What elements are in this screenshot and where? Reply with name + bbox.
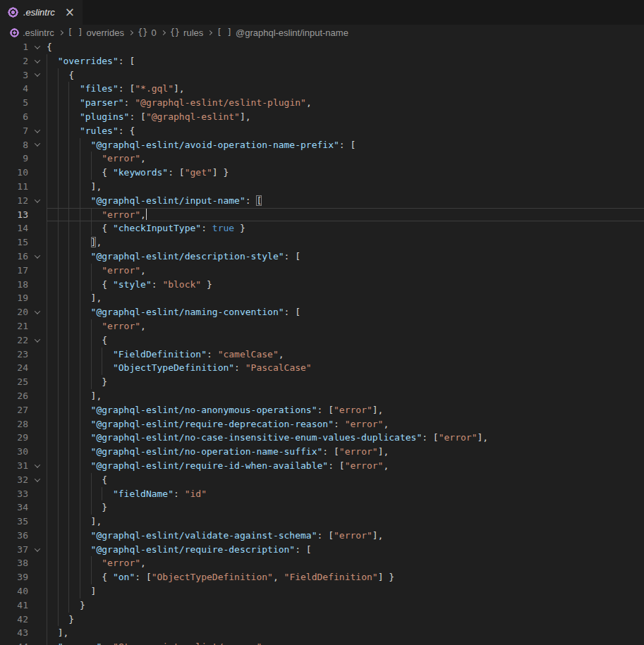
code-line-33[interactable]: 33"fieldName": "id": [0, 487, 644, 501]
code-line-44[interactable]: 44"parser": "@typescript-eslint/parser": [0, 640, 644, 645]
breadcrumb-item--eslintrc[interactable]: .eslintrc: [10, 27, 54, 38]
code-line-30[interactable]: 30"@graphql-eslint/no-operation-name-suf…: [0, 445, 644, 459]
token-str: "error": [334, 530, 372, 541]
code-line-8[interactable]: 8"@graphql-eslint/avoid-operation-name-p…: [0, 138, 644, 152]
token-key: "@graphql-eslint/no-case-insensitive-enu…: [91, 432, 423, 443]
token-punc: : [: [322, 446, 339, 457]
fold-gutter: [28, 82, 47, 96]
code-line-11[interactable]: 11],: [0, 180, 644, 194]
code-line-23[interactable]: 23"FieldDefinition": "camelCase",: [0, 348, 644, 362]
code-line-29[interactable]: 29"@graphql-eslint/no-case-insensitive-e…: [0, 431, 644, 445]
fold-control[interactable]: [28, 138, 47, 152]
code-line-25[interactable]: 25}: [0, 375, 644, 389]
line-number: 24: [0, 361, 28, 375]
code-line-35[interactable]: 35],: [0, 515, 644, 529]
token-punc: : [: [422, 432, 438, 443]
breadcrumb-item-0[interactable]: {}0: [138, 27, 157, 38]
code-text: }: [47, 613, 74, 627]
code-line-9[interactable]: 9"error",: [0, 152, 644, 166]
code-line-37[interactable]: 37"@graphql-eslint/require-description":…: [0, 543, 644, 557]
code-line-26[interactable]: 26],: [0, 389, 644, 403]
token-punc: {: [68, 70, 74, 80]
code-line-24[interactable]: 24"ObjectTypeDefinition": "PascalCase": [0, 361, 644, 375]
fold-control[interactable]: [28, 250, 47, 264]
code-line-18[interactable]: 18{ "style": "block" }: [0, 278, 644, 292]
code-line-38[interactable]: 38"error",: [0, 556, 644, 570]
close-icon[interactable]: ×: [65, 6, 75, 18]
code-line-40[interactable]: 40]: [0, 584, 644, 598]
fold-control[interactable]: [28, 333, 47, 348]
code-line-17[interactable]: 17"error",: [0, 264, 644, 278]
chevron-right-icon: [161, 30, 166, 35]
code-line-4[interactable]: 4"files": ["*.gql"],: [0, 82, 644, 96]
token-key: "@graphql-eslint/require-id-when-availab…: [91, 460, 329, 471]
token-punc: : [: [168, 167, 184, 178]
code-line-36[interactable]: 36"@graphql-eslint/validate-against-sche…: [0, 529, 644, 543]
token-key: "FieldDefinition": [113, 349, 207, 360]
fold-control[interactable]: [28, 194, 47, 208]
chevron-down-icon: [35, 308, 40, 314]
fold-control[interactable]: [28, 459, 47, 473]
tab-eslintrc[interactable]: .eslintrc ×: [0, 0, 83, 25]
token-str: "camelCase": [218, 349, 279, 360]
token-punc: : [: [119, 56, 135, 66]
token-punc: {: [102, 223, 113, 233]
code-text: "@graphql-eslint/input-name": [: [47, 194, 262, 208]
token-str: "@graphql-eslint/eslint-plugin": [135, 97, 306, 108]
code-editor[interactable]: 1{2"overrides": [3{4"files": ["*.gql"],5…: [0, 40, 644, 645]
code-line-21[interactable]: 21"error",: [0, 319, 644, 333]
indent-guides: [47, 194, 91, 208]
fold-gutter: [28, 403, 47, 417]
fold-gutter: [28, 96, 47, 110]
fold-control[interactable]: [28, 305, 47, 319]
chevron-down-icon: [35, 476, 40, 481]
code-line-7[interactable]: 7"rules": {: [0, 124, 644, 138]
code-text: "FieldDefinition": "camelCase",: [47, 348, 284, 362]
line-number: 21: [0, 319, 28, 333]
code-text: {: [47, 333, 107, 348]
chevron-down-icon: [35, 336, 40, 342]
code-line-1[interactable]: 1{: [0, 40, 644, 54]
line-number: 1: [0, 40, 28, 54]
fold-control[interactable]: [28, 40, 47, 54]
token-punc: : [: [135, 572, 151, 582]
token-punc: }: [201, 279, 212, 290]
code-line-41[interactable]: 41}: [0, 598, 644, 613]
code-line-13[interactable]: 13"error",: [0, 208, 644, 222]
code-line-43[interactable]: 43],: [0, 626, 644, 640]
indent-guides: [47, 221, 102, 235]
code-line-27[interactable]: 27"@graphql-eslint/no-anonymous-operatio…: [0, 403, 644, 417]
code-line-10[interactable]: 10{ "keywords": ["get"] }: [0, 166, 644, 180]
code-line-16[interactable]: 16"@graphql-eslint/description-style": [: [0, 250, 644, 264]
code-line-2[interactable]: 2"overrides": [: [0, 54, 644, 68]
fold-gutter: [28, 570, 47, 584]
code-line-15[interactable]: 15],: [0, 235, 644, 250]
code-line-34[interactable]: 34}: [0, 500, 644, 515]
breadcrumb-item-overrides[interactable]: [ ]overrides: [68, 27, 124, 38]
code-line-3[interactable]: 3{: [0, 68, 644, 82]
fold-gutter: [28, 264, 47, 278]
fold-control[interactable]: [28, 68, 47, 82]
code-line-12[interactable]: 12"@graphql-eslint/input-name": [: [0, 194, 644, 208]
code-line-39[interactable]: 39{ "on": ["ObjectTypeDefinition", "Fiel…: [0, 570, 644, 584]
code-line-20[interactable]: 20"@graphql-eslint/naming-convention": [: [0, 305, 644, 319]
fold-control[interactable]: [28, 473, 47, 487]
fold-control[interactable]: [28, 54, 47, 68]
code-line-31[interactable]: 31"@graphql-eslint/require-id-when-avail…: [0, 459, 644, 473]
breadcrumb-item--graphql-eslint-input-name[interactable]: [ ]@graphql-eslint/input-name: [217, 27, 348, 38]
fold-control[interactable]: [28, 543, 47, 557]
code-line-14[interactable]: 14{ "checkInputType": true }: [0, 221, 644, 235]
code-line-32[interactable]: 32{: [0, 473, 644, 487]
code-line-5[interactable]: 5"parser": "@graphql-eslint/eslint-plugi…: [0, 96, 644, 110]
line-number: 27: [0, 403, 28, 417]
token-punc: ],: [372, 530, 384, 541]
code-line-42[interactable]: 42}: [0, 613, 644, 627]
fold-control[interactable]: [28, 124, 47, 138]
indent-guides: [47, 543, 91, 557]
code-line-22[interactable]: 22{: [0, 333, 644, 348]
code-line-6[interactable]: 6"plugins": ["@graphql-eslint"],: [0, 110, 644, 124]
code-line-19[interactable]: 19],: [0, 291, 644, 305]
breadcrumb-item-rules[interactable]: {}rules: [170, 27, 204, 38]
token-key: "@graphql-eslint/no-operation-name-suffi…: [91, 446, 323, 457]
code-line-28[interactable]: 28"@graphql-eslint/require-deprecation-r…: [0, 417, 644, 431]
